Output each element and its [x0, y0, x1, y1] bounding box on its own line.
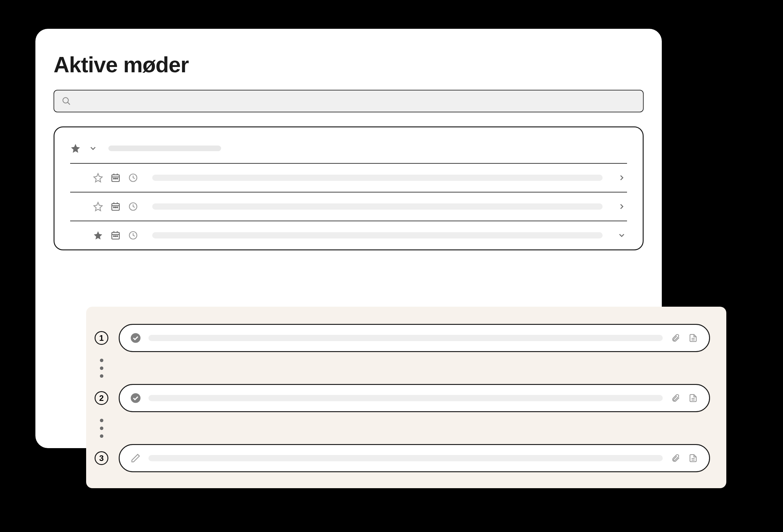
svg-point-29	[131, 393, 140, 403]
chevron-right-icon[interactable]	[616, 201, 627, 212]
svg-point-16	[117, 207, 118, 208]
meeting-title-placeholder	[152, 232, 603, 238]
agenda-title-placeholder	[149, 455, 663, 461]
group-title-placeholder	[108, 145, 221, 151]
paperclip-icon[interactable]	[670, 453, 681, 463]
check-circle-icon	[130, 393, 141, 403]
star-filled-icon[interactable]	[70, 143, 81, 154]
step-badge: 1	[95, 331, 108, 345]
svg-point-22	[114, 236, 114, 237]
pencil-icon	[130, 453, 141, 463]
document-icon[interactable]	[688, 453, 698, 463]
svg-point-6	[114, 178, 114, 179]
step-badge: 3	[95, 451, 108, 465]
paperclip-icon[interactable]	[670, 333, 681, 343]
step-badge: 2	[95, 391, 108, 405]
clock-icon	[128, 172, 138, 183]
clock-icon	[128, 230, 138, 241]
agenda-card: 1	[86, 307, 726, 488]
agenda-item: 1	[92, 324, 710, 352]
chevron-down-icon[interactable]	[616, 230, 627, 241]
calendar-icon	[110, 172, 121, 183]
star-filled-icon[interactable]	[93, 230, 103, 241]
search-input[interactable]	[54, 90, 644, 112]
meeting-row[interactable]	[70, 164, 627, 193]
svg-point-23	[115, 236, 116, 237]
step-connector	[100, 413, 103, 443]
agenda-item: 2	[92, 384, 710, 412]
svg-point-0	[63, 98, 69, 103]
agenda-pill[interactable]	[119, 444, 710, 472]
calendar-icon	[110, 230, 121, 241]
step-connector	[100, 353, 103, 384]
agenda-title-placeholder	[149, 335, 663, 341]
chevron-down-icon[interactable]	[88, 143, 98, 154]
agenda-title-placeholder	[149, 395, 663, 401]
svg-line-1	[68, 102, 70, 105]
page-title: Aktive møder	[54, 52, 644, 77]
star-outline-icon[interactable]	[93, 201, 103, 212]
svg-point-14	[114, 207, 114, 208]
chevron-right-icon[interactable]	[616, 172, 627, 183]
star-outline-icon[interactable]	[93, 172, 103, 183]
svg-point-24	[117, 236, 118, 237]
svg-point-8	[117, 178, 118, 179]
meeting-title-placeholder	[152, 203, 603, 210]
meeting-title-placeholder	[152, 175, 603, 181]
svg-point-15	[115, 207, 116, 208]
svg-point-7	[115, 178, 116, 179]
search-field[interactable]	[76, 96, 635, 106]
meeting-row[interactable]	[70, 193, 627, 221]
meeting-row[interactable]	[70, 221, 627, 250]
document-icon[interactable]	[688, 393, 698, 403]
calendar-icon	[110, 201, 121, 212]
svg-point-26	[131, 333, 140, 343]
meeting-group-header[interactable]	[70, 143, 627, 164]
paperclip-icon[interactable]	[670, 393, 681, 403]
search-icon	[62, 96, 71, 106]
agenda-item: 3	[92, 444, 710, 472]
meetings-panel	[54, 126, 644, 251]
check-circle-icon	[130, 333, 141, 343]
agenda-pill[interactable]	[119, 324, 710, 352]
clock-icon	[128, 201, 138, 212]
agenda-pill[interactable]	[119, 384, 710, 412]
document-icon[interactable]	[688, 333, 698, 343]
